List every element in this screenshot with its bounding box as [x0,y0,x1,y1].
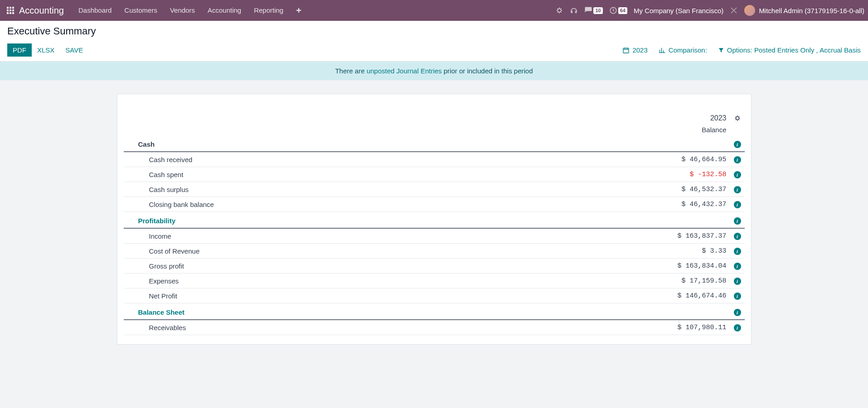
section-title: Balance Sheet [124,303,503,320]
report-line: Cost of Revenue$ 3.33i [124,244,745,259]
line-value: $ 146,674.46 [503,288,730,303]
section-title: Profitability [124,212,503,229]
line-value: $ 17,159.58 [503,274,730,288]
svg-rect-3 [7,10,9,11]
col-year: 2023 [503,112,730,124]
info-icon[interactable]: i [734,248,741,255]
line-value: $ 3.33 [503,244,730,259]
line-label: Income [124,228,503,244]
messages-icon[interactable]: 10 [584,6,602,14]
report-line: Receivables$ 107,980.11i [124,320,745,335]
info-icon[interactable]: i [734,309,741,316]
svg-rect-0 [7,7,9,9]
report-line: Expenses$ 17,159.58i [124,274,745,288]
svg-rect-6 [7,12,9,14]
line-label: Cost of Revenue [124,244,503,259]
svg-rect-4 [10,10,11,11]
unposted-alert: There are unposted Journal Entries prior… [0,62,868,80]
report-line: Gross profit$ 163,834.04i [124,259,745,274]
info-icon[interactable]: i [734,233,741,240]
svg-rect-7 [10,12,11,14]
menu-accounting[interactable]: Accounting [201,0,247,21]
activities-icon[interactable]: 64 [609,6,627,14]
report-line: Net Profit$ 146,674.46i [124,288,745,303]
svg-rect-2 [12,7,14,9]
alert-prefix: There are [335,67,366,75]
line-value: $ 46,432.37 [503,197,730,212]
report-container: 2023 Balance CashiCash received$ 46,664.… [117,94,752,345]
report-table: 2023 Balance CashiCash received$ 46,664.… [124,112,745,335]
info-icon[interactable]: i [734,201,741,208]
line-value: $ 107,980.11 [503,320,730,335]
section-row[interactable]: Balance Sheeti [124,303,745,320]
line-label: Receivables [124,320,503,335]
line-value: $ -132.58 [503,167,730,182]
debug-column-icon[interactable] [734,115,741,122]
report-line: Cash surplus$ 46,532.37i [124,182,745,197]
report-line: Cash received$ 46,664.95i [124,152,745,167]
info-icon[interactable]: i [734,217,741,225]
date-filter[interactable]: 2023 [622,46,647,54]
section-row[interactable]: Profitabilityi [124,212,745,229]
comparison-label: Comparison: [669,46,707,54]
info-icon[interactable]: i [734,278,741,285]
line-label: Cash surplus [124,182,503,197]
section-row: Cashi [124,135,745,152]
export-buttons: PDF XLSX SAVE [7,43,88,57]
company-selector[interactable]: My Company (San Francisco) [634,7,723,14]
pdf-button[interactable]: PDF [7,43,32,57]
options-filter[interactable]: Options: Posted Entries Only , Accrual B… [718,46,861,54]
messages-badge: 10 [593,7,602,14]
date-filter-label: 2023 [632,46,647,54]
svg-rect-11 [623,48,629,53]
user-menu[interactable]: Mitchell Admin (37179195-16-0-all) [744,5,864,16]
menu-dashboard[interactable]: Dashboard [72,0,118,21]
menu-new-icon[interactable]: + [290,0,308,21]
info-icon[interactable]: i [734,324,741,331]
filter-icon [718,47,724,53]
tools-icon[interactable] [730,6,738,14]
report-filters: 2023 Comparison: Options: Posted Entries… [622,46,861,54]
line-value: $ 163,837.37 [503,228,730,244]
calendar-icon [622,47,630,54]
svg-rect-1 [10,7,11,9]
info-icon[interactable]: i [734,293,741,300]
control-panel: Executive Summary PDF XLSX SAVE 2023 Com… [0,21,868,62]
section-title: Cash [124,135,503,152]
menu-reporting[interactable]: Reporting [247,0,290,21]
info-icon[interactable]: i [734,156,741,163]
info-icon[interactable]: i [734,186,741,193]
support-icon[interactable] [570,6,578,14]
line-label: Net Profit [124,288,503,303]
report-line: Income$ 163,837.37i [124,228,745,244]
comparison-filter[interactable]: Comparison: [659,46,707,54]
app-name[interactable]: Accounting [19,5,64,16]
unposted-link[interactable]: unposted Journal Entries [367,67,442,75]
activities-badge: 64 [618,7,627,14]
xlsx-button[interactable]: XLSX [32,43,60,57]
options-label: Options: Posted Entries Only , Accrual B… [727,46,861,54]
page-title: Executive Summary [7,25,861,37]
navbar-right: 10 64 My Company (San Francisco) Mitchel… [555,5,864,16]
info-icon[interactable]: i [734,263,741,270]
line-value: $ 46,664.95 [503,152,730,167]
debug-icon[interactable] [555,6,563,14]
avatar [744,5,755,16]
line-label: Cash spent [124,167,503,182]
line-label: Expenses [124,274,503,288]
apps-icon[interactable] [4,7,17,14]
line-label: Cash received [124,152,503,167]
menu-customers[interactable]: Customers [118,0,164,21]
save-button[interactable]: SAVE [60,43,88,57]
line-value: $ 46,532.37 [503,182,730,197]
line-label: Closing bank balance [124,197,503,212]
report-line: Closing bank balance$ 46,432.37i [124,197,745,212]
col-balance: Balance [503,124,730,135]
info-icon[interactable]: i [734,141,741,148]
info-icon[interactable]: i [734,171,741,178]
alert-suffix: prior or included in this period [442,67,533,75]
top-navbar: Accounting Dashboard Customers Vendors A… [0,0,868,21]
bar-chart-icon [659,47,666,54]
menu-vendors[interactable]: Vendors [164,0,201,21]
svg-rect-5 [12,10,14,11]
